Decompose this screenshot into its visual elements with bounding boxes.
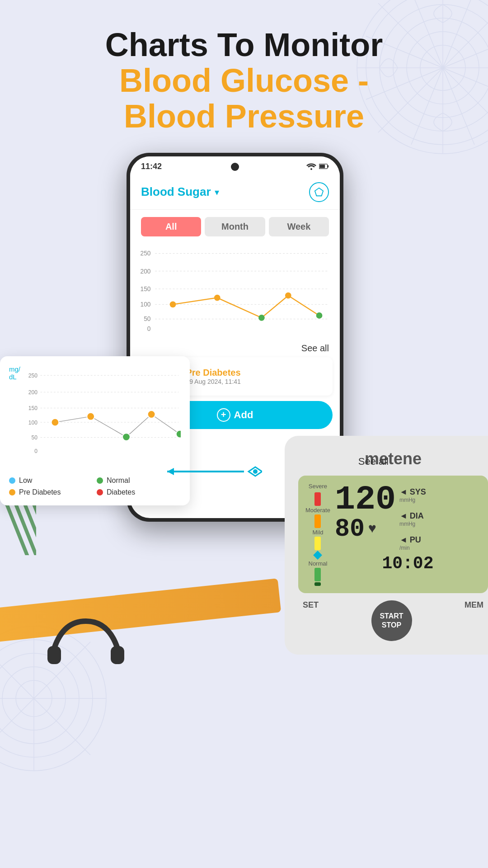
filter-tabs: All Month Week <box>130 210 340 244</box>
label-sys-unit: mmHg <box>399 497 426 503</box>
legend-dot-prediabetes <box>9 489 15 495</box>
pentagon-icon <box>314 187 324 197</box>
label-dia-unit: mmHg <box>399 521 426 527</box>
svg-text:0: 0 <box>34 448 38 454</box>
legend-label-normal: Normal <box>107 476 130 485</box>
wifi-icon <box>306 163 316 170</box>
bp-brand: metene <box>298 449 488 468</box>
bp-diastolic: 80 <box>335 517 365 542</box>
bp-monitor: metene Severe Moderate Mild Normal <box>285 436 488 655</box>
phone-chart: 250 200 150 100 50 0 <box>137 244 333 334</box>
dropdown-arrow-icon[interactable]: ▾ <box>215 187 219 198</box>
btn-start-stop[interactable]: STARTSTOP <box>371 600 412 641</box>
severity-normal: Normal <box>309 560 328 567</box>
svg-rect-73 <box>111 646 124 664</box>
svg-text:50: 50 <box>144 315 151 322</box>
svg-text:100: 100 <box>28 419 38 425</box>
legend-dot-diabetes <box>97 489 103 495</box>
see-all-text: See all <box>358 456 389 467</box>
tab-all[interactable]: All <box>141 217 201 236</box>
svg-rect-72 <box>47 646 61 664</box>
svg-text:250: 250 <box>141 250 151 257</box>
label-pu: ◄ PU <box>399 535 426 545</box>
bp-numbers-display: 120 80 ♥ ◄ SYS mmHg <box>335 483 481 586</box>
bp-right-labels: ◄ SYS mmHg ◄ DIA mmHg ◄ PU /min <box>399 483 426 551</box>
status-icons <box>306 163 329 170</box>
reading-label: Pre Diabetes <box>186 368 240 378</box>
svg-point-50 <box>285 292 291 298</box>
add-icon: + <box>217 408 230 422</box>
headphone-decoration <box>45 612 127 668</box>
svg-text:50: 50 <box>32 434 38 441</box>
header-section: Charts To Monitor Blood Glucose - Blood … <box>0 0 488 148</box>
svg-rect-35 <box>319 165 325 168</box>
label-pu-unit: /min <box>399 545 426 551</box>
svg-text:150: 150 <box>141 285 151 292</box>
tab-month[interactable]: Month <box>205 217 265 236</box>
legend-low: Low <box>9 476 93 485</box>
svg-text:100: 100 <box>141 301 151 308</box>
svg-text:200: 200 <box>28 389 38 396</box>
svg-point-49 <box>258 315 265 321</box>
svg-point-51 <box>316 312 323 319</box>
bp-severity-scale: Severe Moderate Mild Normal <box>305 483 330 586</box>
settings-icon-btn[interactable] <box>309 182 329 202</box>
svg-point-66 <box>122 433 130 441</box>
svg-point-65 <box>148 410 155 418</box>
label-dia: ◄ DIA <box>399 511 426 521</box>
legend-prediabetes: Pre Diabetes <box>9 488 93 496</box>
btn-set-label: SET <box>303 600 319 641</box>
svg-marker-69 <box>167 468 174 475</box>
bp-display: Severe Moderate Mild Normal <box>298 476 488 593</box>
bp-buttons-row: SET STARTSTOP MEM <box>298 600 488 641</box>
svg-rect-34 <box>328 165 329 168</box>
bp-systolic: 120 <box>335 483 396 517</box>
title-line2: Blood Glucose - <box>18 63 470 99</box>
chart-unit-label: mg/ dL <box>9 365 20 471</box>
svg-point-47 <box>170 301 176 307</box>
severity-severe: Severe <box>309 483 327 490</box>
title-line1: Charts To Monitor <box>18 27 470 63</box>
label-sys: ◄ SYS <box>399 487 426 497</box>
legend-dot-normal <box>97 477 103 484</box>
svg-point-48 <box>214 294 221 301</box>
svg-point-32 <box>310 168 312 170</box>
svg-text:150: 150 <box>28 405 38 411</box>
reading-date: 09 Aug 2024, 11:41 <box>186 378 240 385</box>
chart-popup: mg/ dL 250 200 150 100 50 0 <box>0 356 190 505</box>
bp-time: 10:02 <box>335 554 481 573</box>
see-all-floating: See all <box>358 456 389 467</box>
legend-diabetes: Diabetes <box>97 488 181 496</box>
app-title: Blood Sugar <box>141 185 211 199</box>
battery-icon <box>319 163 329 170</box>
orange-wave-strip <box>0 578 281 643</box>
tab-week[interactable]: Week <box>269 217 329 236</box>
chart-legend: Low Normal Pre Diabetes Diabetes <box>9 476 181 496</box>
svg-text:250: 250 <box>28 372 38 378</box>
bp-heart-icon: ♥ <box>368 522 376 536</box>
arrow-connector <box>163 462 262 482</box>
severity-mild: Mild <box>313 529 324 536</box>
severity-moderate: Moderate <box>305 507 330 514</box>
add-label: Add <box>234 409 253 421</box>
legend-label-diabetes: Diabetes <box>107 488 135 496</box>
title-line3: Blood Pressure <box>18 99 470 134</box>
see-all-link[interactable]: See all <box>130 343 340 354</box>
phone-chart-container: 250 200 150 100 50 0 <box>130 244 340 343</box>
btn-mem-label: MEM <box>465 600 483 641</box>
app-header: Blood Sugar ▾ <box>130 175 340 210</box>
svg-text:0: 0 <box>147 326 151 332</box>
svg-point-71 <box>253 469 258 474</box>
legend-label-prediabetes: Pre Diabetes <box>19 488 61 496</box>
popup-chart: 250 200 150 100 50 0 <box>26 365 181 469</box>
svg-point-63 <box>52 418 59 426</box>
legend-label-low: Low <box>19 476 32 485</box>
legend-dot-low <box>9 477 15 484</box>
status-time: 11:42 <box>141 162 162 171</box>
svg-text:200: 200 <box>141 268 151 274</box>
svg-point-67 <box>176 430 181 438</box>
bp-monitor-body: metene Severe Moderate Mild Normal <box>285 436 488 655</box>
svg-point-64 <box>87 412 94 420</box>
